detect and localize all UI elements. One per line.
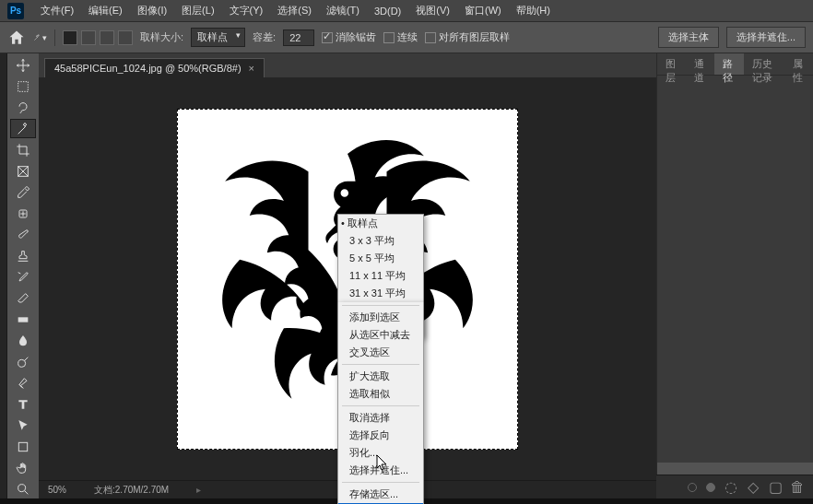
menu-view[interactable]: 视图(V)	[408, 4, 457, 18]
paths-panel-body[interactable]	[657, 76, 813, 463]
ctx-select-inverse[interactable]: 选择反向	[338, 427, 423, 444]
tool-healing[interactable]	[10, 204, 36, 223]
tool-eraser[interactable]	[10, 288, 36, 308]
app-logo: Ps	[7, 3, 24, 19]
home-icon[interactable]	[7, 29, 26, 47]
tool-path-select[interactable]	[10, 416, 36, 435]
sample-size-dropdown[interactable]: 取样点	[191, 28, 245, 47]
tool-zoom[interactable]	[10, 479, 36, 498]
ctx-sample-3x3[interactable]: 3 x 3 平均	[338, 232, 423, 250]
tools-panel	[7, 53, 39, 498]
menubar: Ps 文件(F) 编辑(E) 图像(I) 图层(L) 文字(Y) 选择(S) 滤…	[0, 0, 813, 22]
tool-pen[interactable]	[10, 373, 36, 393]
ctx-deselect[interactable]: 取消选择	[338, 409, 423, 427]
tool-frame[interactable]	[10, 161, 36, 181]
menu-type[interactable]: 文字(Y)	[222, 4, 271, 18]
ctx-sample-31x31[interactable]: 31 x 31 平均	[338, 285, 423, 302]
selection-mode-swatches[interactable]	[63, 30, 133, 45]
document-tabs: 45a58PICEun_1024.jpg @ 50%(RGB/8#) ×	[39, 53, 656, 77]
tab-channels[interactable]: 通道	[686, 53, 714, 75]
path-to-selection-icon[interactable]: ◌	[725, 481, 737, 494]
tab-gutter	[0, 53, 7, 498]
menu-layer[interactable]: 图层(L)	[174, 4, 221, 18]
tool-brush[interactable]	[10, 225, 36, 244]
menu-file[interactable]: 文件(F)	[33, 4, 81, 18]
selection-new-icon[interactable]	[63, 30, 77, 45]
ctx-add-to-selection[interactable]: 添加到选区	[338, 309, 423, 326]
delete-path-icon[interactable]: 🗑	[791, 481, 804, 494]
paths-panel-footer: ◌ ◇ ▢ 🗑	[656, 475, 813, 498]
tool-gradient[interactable]	[10, 310, 36, 329]
zoom-level[interactable]: 50%	[48, 485, 66, 495]
tolerance-label: 容差:	[253, 30, 276, 44]
svg-point-6	[18, 484, 26, 491]
select-subject-button[interactable]: 选择主体	[658, 27, 719, 48]
menu-edit[interactable]: 编辑(E)	[81, 4, 130, 18]
ctx-sample-11x11[interactable]: 11 x 11 平均	[338, 267, 423, 285]
svg-rect-3	[18, 317, 29, 322]
sample-size-label: 取样大小:	[140, 30, 183, 44]
tool-magic-wand[interactable]	[10, 119, 36, 138]
options-bar: ▾ 取样大小: 取样点 容差: 22 消除锯齿 连续 对所有图层取样 选择主体 …	[0, 22, 813, 53]
tool-stamp[interactable]	[10, 246, 36, 265]
ctx-grow[interactable]: 扩大选取	[338, 368, 423, 385]
tolerance-input[interactable]: 22	[283, 29, 314, 46]
selection-to-path-icon[interactable]: ◇	[747, 481, 760, 494]
ctx-similar[interactable]: 选取相似	[338, 385, 423, 403]
tool-history-brush[interactable]	[10, 267, 36, 287]
select-and-mask-button[interactable]: 选择并遮住...	[726, 27, 806, 48]
menu-select[interactable]: 选择(S)	[270, 4, 319, 18]
tool-eyedropper[interactable]	[10, 182, 36, 202]
menu-filter[interactable]: 滤镜(T)	[319, 4, 367, 18]
tool-move[interactable]	[10, 55, 36, 75]
fill-path-icon[interactable]	[688, 483, 697, 492]
tab-history[interactable]: 历史记录	[744, 53, 784, 75]
tab-properties[interactable]: 属性	[784, 53, 813, 75]
context-menu-extended[interactable]: 添加到选区 从选区中减去 交叉选区 扩大选取 选取相似 取消选择 选择反向 羽化…	[337, 302, 424, 504]
all-layers-checkbox[interactable]: 对所有图层取样	[425, 30, 510, 44]
tool-marquee[interactable]	[10, 76, 36, 96]
menu-window[interactable]: 窗口(W)	[457, 4, 509, 18]
selection-add-icon[interactable]	[81, 30, 96, 45]
tab-layers[interactable]: 图层	[657, 53, 686, 75]
tab-paths[interactable]: 路径	[714, 53, 743, 75]
tool-crop[interactable]	[10, 140, 36, 159]
ctx-sample-5x5[interactable]: 5 x 5 平均	[338, 250, 423, 267]
ctx-subtract-from-selection[interactable]: 从选区中减去	[338, 326, 423, 344]
tool-indicator-wand-icon: ▾	[33, 29, 55, 46]
document-tab[interactable]: 45a58PICEun_1024.jpg @ 50%(RGB/8#) ×	[44, 58, 265, 77]
panel-tabs: 图层 通道 路径 历史记录 属性	[657, 53, 813, 76]
ctx-feather[interactable]: 羽化...	[338, 444, 423, 462]
selection-intersect-icon[interactable]	[118, 30, 133, 45]
tool-dodge[interactable]	[10, 352, 36, 371]
ctx-sample-point[interactable]: 取样点	[338, 215, 423, 232]
menu-3d[interactable]: 3D(D)	[367, 6, 408, 17]
svg-rect-5	[18, 442, 27, 451]
document-tab-label: 45a58PICEun_1024.jpg @ 50%(RGB/8#)	[54, 63, 242, 74]
menu-help[interactable]: 帮助(H)	[509, 4, 558, 18]
ctx-select-and-mask[interactable]: 选择并遮住...	[338, 462, 423, 479]
svg-rect-0	[18, 81, 29, 91]
menu-image[interactable]: 图像(I)	[130, 4, 174, 18]
close-icon[interactable]: ×	[249, 63, 254, 74]
new-path-icon[interactable]: ▢	[769, 481, 782, 494]
tool-blur[interactable]	[10, 331, 36, 350]
antialias-checkbox[interactable]: 消除锯齿	[322, 30, 376, 44]
ctx-save-selection[interactable]: 存储选区...	[338, 486, 423, 503]
right-panels: 图层 通道 路径 历史记录 属性	[656, 53, 813, 498]
tool-type[interactable]	[10, 394, 36, 414]
tool-shape[interactable]	[10, 437, 36, 456]
doc-size: 文档:2.70M/2.70M	[94, 484, 169, 497]
selection-subtract-icon[interactable]	[100, 30, 114, 45]
ctx-intersect-selection[interactable]: 交叉选区	[338, 344, 423, 361]
stroke-path-icon[interactable]	[706, 483, 715, 492]
tool-hand[interactable]	[10, 458, 36, 477]
tool-lasso[interactable]	[10, 98, 36, 117]
contiguous-checkbox[interactable]: 连续	[383, 30, 418, 44]
